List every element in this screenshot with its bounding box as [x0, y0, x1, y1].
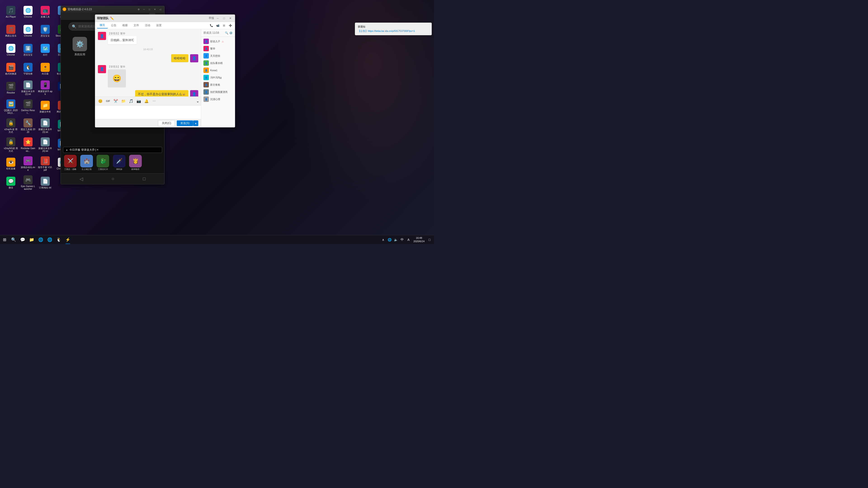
chat-nav-album[interactable]: 相册	[120, 23, 130, 28]
music-btn[interactable]: 🎵	[128, 98, 134, 104]
desktop-icon-idm[interactable]: ⬇️思宝宝宝	[20, 41, 36, 58]
member-item-8[interactable]: 👤 沉浸心理	[201, 96, 235, 103]
desktop-icon-text3[interactable]: 📄新建文本文件(3).txt	[37, 117, 53, 134]
chat-phone-btn[interactable]: 📞	[209, 23, 214, 28]
desktop-icon-out[interactable]: 🗺️出行	[37, 41, 53, 58]
chat-nav-activity[interactable]: 活动	[142, 23, 153, 28]
tray-volume-icon[interactable]: 🔈	[393, 235, 399, 244]
desktop-icon-gameexe[interactable]: 🎮游戏自动玩.exe	[20, 155, 36, 172]
chat-nav-chat[interactable]: 聊天	[97, 22, 108, 29]
chat-maximize-btn[interactable]: □	[221, 15, 227, 21]
emulator-minimize-btn[interactable]: ─	[142, 7, 146, 11]
desktop-icon-chrome3[interactable]: 🌐Chrome	[3, 41, 19, 58]
send-dropdown-btn[interactable]: ▲	[193, 121, 198, 126]
desktop-icon-wechat[interactable]: 💬微信	[3, 174, 19, 191]
scissors-btn[interactable]: ✂️	[112, 98, 119, 104]
chat-add-btn[interactable]: ➕	[228, 23, 233, 28]
desktop-icon-netease-cloud[interactable]: 🎵网易云音乐	[3, 22, 19, 39]
chat-input-area[interactable]	[95, 105, 201, 119]
more-btn[interactable]: ···	[151, 98, 158, 104]
emulator-settings-btn[interactable]: ⚙	[136, 7, 141, 11]
game-item-4[interactable]: 👸 姬神物语	[128, 155, 143, 170]
desktop-icon-360safe[interactable]: 🛡️思宝宝宝	[37, 22, 53, 39]
member-item-3[interactable]: 👤 抬头看水稻	[201, 59, 235, 67]
desktop-icon-au-player[interactable]: 🎵AU Player	[3, 3, 19, 20]
taskbar-explorer-icon[interactable]: 📁	[27, 235, 36, 244]
desktop-icon-live-tool[interactable]: 📺直播工具	[37, 3, 53, 20]
desktop-icon-wangwang[interactable]: 👁️旺旺直播	[3, 155, 19, 172]
taskbar-cortana-icon[interactable]: 💬	[18, 235, 27, 244]
desktop-icon-video-edit[interactable]: 🎬格式转换器	[3, 60, 19, 77]
recents-btn[interactable]: □	[143, 176, 146, 182]
desktop-icon-webclass[interactable]: 📱网课宣讲手.apk	[37, 79, 53, 96]
desktop-icon-v2rayn[interactable]: 🔒v2rayNG使 用方式	[3, 136, 19, 153]
tray-input-icon[interactable]: 中	[399, 235, 405, 244]
desktop-icon-epic[interactable]: 🎮Epic Games Launcher	[20, 174, 36, 191]
desktop-icon-qqpics[interactable]: 🖼️QQ图片 20200413...	[3, 98, 19, 115]
taskbar-qq-icon[interactable]: 🐧	[54, 235, 63, 244]
desktop-icon-davinci[interactable]: 🎬DaVinci Resol...	[20, 98, 36, 115]
desktop-icon-v2ray[interactable]: 🔒v2rayN-使 用方式	[3, 117, 19, 134]
chat-video-btn[interactable]: 📹	[215, 23, 220, 28]
game-item-1[interactable]: 🏰 云上城之歌	[79, 155, 94, 170]
desktop-icon-fixtools[interactable]: 🔧固定工具箱 2020	[20, 117, 36, 134]
close-btn[interactable]: 关闭(C)	[158, 120, 175, 126]
tray-lang-icon[interactable]: A	[406, 235, 411, 244]
folder-btn[interactable]: 📁	[120, 98, 127, 104]
gif-btn[interactable]: GIF	[105, 98, 112, 104]
game-item-2[interactable]: 🐉 三国志幻大	[96, 155, 110, 170]
desktop-icon-addrtext[interactable]: 📄订阅地址.txt	[37, 174, 53, 191]
tray-up-arrow[interactable]: ∧	[380, 235, 386, 244]
chat-apps-btn[interactable]: ⊞	[221, 23, 227, 28]
member-item-6[interactable]: 👤 群主爸爸	[201, 81, 235, 88]
desktop-icon-chrome[interactable]: 🌐Chrome	[20, 3, 36, 20]
tray-clock[interactable]: 16:48 2020/6/24	[412, 236, 426, 243]
chat-close-btn[interactable]: ✕	[228, 15, 233, 21]
desktop-icon-rockstar[interactable]: ⭐Rockstar Games...	[20, 136, 36, 153]
emulator-app-sys[interactable]: ⚙️ 系统应用	[64, 35, 95, 58]
member-item-2[interactable]: 👤 天天想你	[201, 52, 235, 59]
expand-btn[interactable]: ⌄	[196, 99, 199, 103]
chat-nav-notice[interactable]: 公告	[108, 23, 119, 28]
emulator-extra-btn[interactable]: ◁	[158, 7, 162, 11]
chat-input[interactable]	[97, 107, 199, 117]
desktop-icon-resolve[interactable]: 🎬Resolve	[3, 79, 19, 96]
member-settings-icon[interactable]: ⚙️	[229, 31, 232, 35]
show-desktop-btn[interactable]: □	[427, 235, 432, 244]
desktop-icon-text4[interactable]: 📄新建文本文件(4).txt	[37, 136, 53, 153]
chat-nav-settings[interactable]: 设置	[153, 23, 164, 28]
game-item-0[interactable]: ⚔️ 三国志：战略	[63, 155, 78, 170]
taskbar-search-icon[interactable]: 🔍	[9, 235, 18, 244]
member-item-0[interactable]: 👤 彩说儿子 △	[201, 38, 235, 45]
camera-btn[interactable]: 📷	[135, 98, 142, 104]
member-item-1[interactable]: 👤 繁华	[201, 45, 235, 52]
today-banner[interactable]: ● 今日开服 登录送大乔 | ×	[63, 147, 162, 153]
chat-report-btn[interactable]: 早报	[209, 15, 214, 21]
member-item-7[interactable]: 👤 别拦我我要漂亮	[201, 88, 235, 96]
taskbar-ldemu-icon[interactable]: ⚡	[63, 235, 72, 244]
emulator-maximize-btn[interactable]: □	[147, 7, 152, 11]
game-item-3[interactable]: 🗡️ 神剑诀	[112, 155, 126, 170]
desktop-icon-chrome2[interactable]: 🌐Chrome	[20, 22, 36, 39]
bell-btn[interactable]: 🔔	[143, 98, 150, 104]
taskbar-chrome-icon[interactable]: 🌐	[36, 235, 45, 244]
taskbar-edge-icon[interactable]: 🌐	[45, 235, 54, 244]
send-btn[interactable]: 发送(S)	[177, 121, 193, 126]
emoji-btn[interactable]: 😊	[97, 98, 104, 104]
chat-nav-file[interactable]: 文件	[131, 23, 142, 28]
desktop-icon-newfile[interactable]: 📁新建文件夹	[37, 98, 53, 115]
desktop-icon-penguinqq[interactable]: 🐧守望先锋	[20, 60, 36, 77]
notif-content[interactable]: 【公告】https://tieba.ba ida.cn/p/5917537008…	[358, 29, 429, 33]
member-item-5[interactable]: 👤 冯中冯鸟g	[201, 74, 235, 81]
back-btn[interactable]: ◁	[80, 176, 83, 182]
chat-minimize-btn[interactable]: ─	[215, 15, 220, 21]
home-btn[interactable]: ○	[112, 176, 114, 182]
member-item-4[interactable]: 👤 Kooa1	[201, 67, 235, 74]
start-button[interactable]: ⊞	[0, 235, 9, 244]
desktop-icon-text2[interactable]: 📄新建文本文件(2).txt	[20, 79, 36, 96]
member-search-icon[interactable]: 🔍	[225, 31, 228, 35]
desktop-icon-guide-pdf[interactable]: 📕指导手册 V10.pdf	[37, 155, 53, 172]
tray-network-icon[interactable]: 🌐	[387, 235, 392, 244]
emulator-close-btn[interactable]: ✕	[153, 7, 157, 11]
desktop-icon-sun-diary[interactable]: 🌻向日葵	[37, 60, 53, 77]
